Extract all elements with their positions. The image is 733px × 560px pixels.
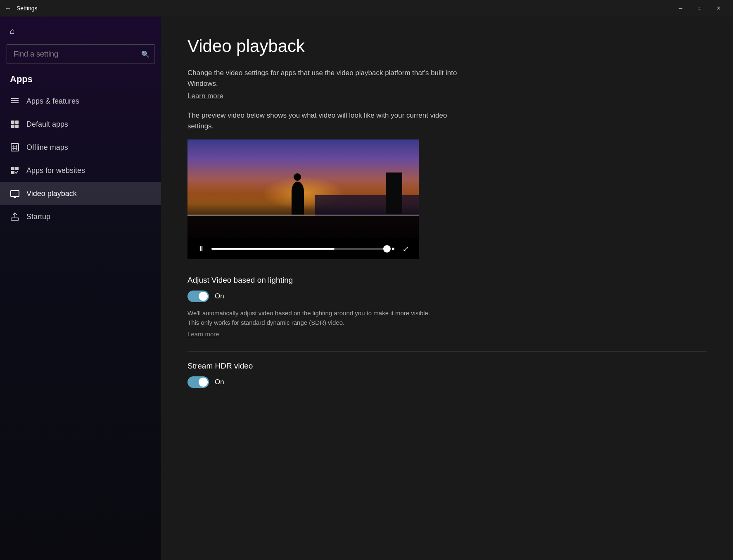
learn-more-link-1[interactable]: Learn more [187,92,223,100]
building-silhouette [386,172,402,214]
svg-rect-1 [11,100,19,101]
sidebar-nav: Apps & features Default apps [0,90,161,560]
main-layout: ⌂ 🔍 Apps Apps & features [0,17,733,560]
page-title: Video playback [187,36,707,56]
search-input[interactable] [7,44,154,64]
lighting-label: Adjust Video based on lighting [187,276,707,285]
startup-icon [10,212,20,222]
search-icon: 🔍 [141,50,149,58]
svg-rect-14 [11,218,19,220]
sidebar-item-apps-websites[interactable]: Apps for websites [0,159,161,182]
progress-bar[interactable] [211,248,387,250]
svg-rect-2 [11,102,19,103]
hdr-setting-section: Stream HDR video On [187,362,707,388]
title-bar-left: ← Settings [5,5,38,12]
progress-thumb [383,245,391,253]
lighting-toggle-row: On [187,291,707,302]
divider [187,351,707,352]
home-icon[interactable]: ⌂ [10,26,15,35]
video-scene [187,139,419,239]
sidebar-item-default-apps[interactable]: Default apps [0,113,161,136]
floor-reflection [187,216,419,239]
default-apps-label: Default apps [26,120,68,129]
pause-button[interactable]: ⏸ [194,243,208,255]
hdr-toggle-thumb [199,378,208,387]
preview-text: The preview video below shows you what v… [187,110,468,131]
sidebar-item-apps-features[interactable]: Apps & features [0,90,161,113]
svg-rect-10 [11,171,14,174]
minimize-button[interactable]: ─ [671,2,690,15]
svg-rect-12 [11,196,19,196]
svg-rect-5 [11,125,14,128]
progress-fill [211,248,334,250]
sidebar-section-title: Apps [0,71,161,90]
hdr-toggle[interactable] [187,376,209,388]
svg-rect-0 [11,98,19,99]
svg-rect-4 [15,121,19,124]
hdr-label: Stream HDR video [187,362,707,371]
apps-websites-icon [10,165,20,175]
restore-button[interactable]: □ [690,2,709,15]
home-section: ⌂ [0,17,161,41]
lighting-toggle[interactable] [187,291,209,302]
video-controls: ⏸ ⤢ [187,239,419,259]
video-playback-icon [10,189,20,198]
video-playback-label: Video playback [26,189,77,198]
back-button[interactable]: ← [5,5,12,12]
svg-rect-9 [15,167,19,170]
close-button[interactable]: ✕ [709,2,728,15]
water [315,195,419,216]
svg-rect-3 [11,121,14,124]
page-description: Change the video settings for apps that … [187,68,468,89]
svg-rect-7 [11,144,19,151]
offline-maps-label: Offline maps [26,143,68,152]
sidebar-item-offline-maps[interactable]: Offline maps [0,136,161,159]
apps-websites-label: Apps for websites [26,166,85,175]
startup-label: Startup [26,213,50,221]
window-controls: ─ □ ✕ [671,2,728,15]
search-box: 🔍 [7,44,154,64]
hdr-toggle-row: On [187,376,707,388]
fullscreen-button[interactable]: ⤢ [399,243,412,255]
sidebar-item-startup[interactable]: Startup [0,205,161,228]
hdr-toggle-status: On [215,378,224,386]
video-preview: ⏸ ⤢ [187,139,419,259]
person-silhouette [292,182,304,215]
svg-rect-6 [15,125,19,128]
content-area: Video playback Change the video settings… [161,17,733,560]
learn-more-lighting[interactable]: Learn more [187,331,219,338]
apps-features-label: Apps & features [26,97,79,106]
sidebar: ⌂ 🔍 Apps Apps & features [0,17,161,560]
svg-rect-8 [11,167,14,170]
sidebar-item-video-playback[interactable]: Video playback [0,182,161,205]
default-apps-icon [10,119,20,129]
volume-indicator [392,248,394,250]
lighting-setting-section: Adjust Video based on lighting On We'll … [187,276,707,338]
apps-features-icon [10,96,20,106]
lighting-desc: We'll automatically adjust video based o… [187,309,435,327]
svg-rect-11 [11,191,19,196]
offline-maps-icon [10,142,20,152]
lighting-toggle-status: On [215,292,224,300]
app-title: Settings [17,5,38,12]
toggle-thumb [199,292,208,301]
title-bar: ← Settings ─ □ ✕ [0,0,733,17]
